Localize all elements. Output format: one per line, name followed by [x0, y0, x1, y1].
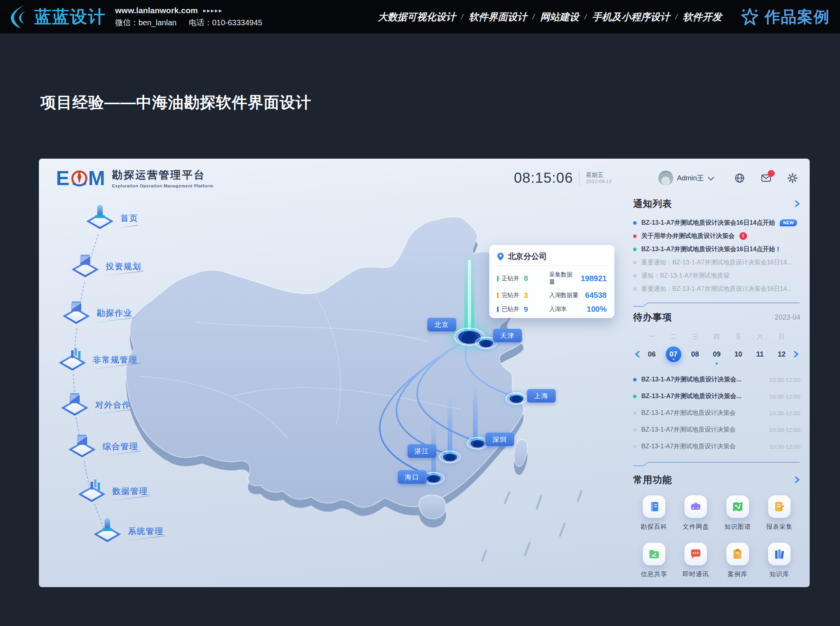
clock: 08:15:06: [514, 170, 573, 186]
lanlan-logo[interactable]: 蓝蓝设计: [9, 5, 106, 29]
func-info-sharing[interactable]: 信息共享: [633, 543, 675, 579]
func-instant-messaging[interactable]: 即时通讯: [675, 543, 717, 579]
date-block: 星期五 2022-09-12: [586, 171, 612, 185]
ecm-logo: E M 勘探运营管理平台 Exploration Operation Manag…: [56, 166, 214, 190]
figure-platform-icon: [70, 248, 100, 278]
menu-item-investment-planning[interactable]: 投资规划: [70, 248, 167, 287]
day-cell[interactable]: 08: [687, 346, 703, 362]
map-marker-shanghai[interactable]: [506, 392, 527, 405]
status-dot: [633, 428, 637, 432]
todo-item[interactable]: BZ-13-1-A7井测试地质设计决策会 10:30-12:00: [633, 421, 800, 438]
chat-icon: [690, 548, 702, 560]
platform-subtitle: Exploration Operation Management Platfor…: [112, 184, 214, 188]
status-dot: [633, 411, 637, 415]
cases-label: 作品案例: [765, 6, 830, 28]
city-label-shenzhen[interactable]: 深圳: [485, 433, 514, 446]
figure-platform-icon: [60, 386, 90, 416]
right-panel: 通知列表 BZ-13-1-A7井测试地质设计决策会16日14点开始 NEW 关于…: [633, 159, 810, 587]
day-cell[interactable]: 11: [752, 346, 768, 362]
status-dot: [633, 234, 637, 238]
new-badge: NEW: [780, 219, 797, 226]
divider: [579, 170, 579, 186]
status-dot: [633, 248, 637, 251]
func-file-drive[interactable]: 文件网盘: [675, 495, 717, 531]
day-cell[interactable]: 06: [644, 346, 660, 362]
chevron-right-icon[interactable]: [794, 201, 800, 207]
section-divider: [633, 302, 800, 307]
menu-item-home[interactable]: 首页: [85, 199, 182, 238]
notice-item[interactable]: 关于用举办井测试地质设计决策会 !: [633, 229, 800, 243]
city-label-tianjin[interactable]: 天津: [493, 329, 522, 343]
nav-item-dev[interactable]: 软件开发: [683, 10, 722, 23]
functions-section: 常用功能 勘探百科: [633, 474, 800, 579]
func-case-library[interactable]: 案例库: [717, 543, 759, 579]
cases-button[interactable]: 作品案例: [740, 6, 830, 28]
func-report-collection[interactable]: 报表采集: [759, 495, 801, 531]
notice-item[interactable]: BZ-13-1-A7井测试地质设计决策会16日14点开始！: [633, 243, 800, 256]
alert-icon: !: [739, 232, 747, 240]
nav-item-software-ui[interactable]: 软件界面设计: [469, 10, 527, 23]
city-label-zhanjiang[interactable]: 湛江: [408, 444, 436, 458]
notice-item[interactable]: 重要通知：BZ-13-1-A7井测试地质设计决策会16日14...: [633, 256, 800, 269]
case-icon: [732, 548, 744, 560]
website-url[interactable]: www.lanlanwork.com: [115, 6, 198, 15]
todo-item[interactable]: BZ-13-1-A7井测试地质设计决策会... 10:30-12:00: [633, 371, 800, 388]
nav-separator: /: [584, 12, 587, 21]
func-knowledge-graph[interactable]: 知识图谱: [717, 495, 759, 531]
day-cell[interactable]: 09: [709, 346, 724, 362]
status-dot: [633, 261, 637, 264]
report-icon: [773, 500, 786, 513]
chart-platform-icon: [57, 341, 88, 371]
notice-item[interactable]: 通知：BZ-13-1-A7井测试地质设: [633, 269, 800, 282]
func-knowledge-base[interactable]: 知识库: [759, 543, 801, 579]
menu-label: 数据管理: [112, 486, 148, 497]
nav-item-bigdata[interactable]: 大数据可视化设计: [378, 10, 456, 23]
menu-item-data-management[interactable]: 数据管理: [77, 472, 174, 511]
menu-item-system-management[interactable]: 系统管理: [92, 512, 189, 551]
status-dot: [633, 287, 637, 291]
day-cell[interactable]: 10: [731, 346, 746, 362]
todo-item[interactable]: BZ-13-1-A7井测试地质设计决策会... 10:30-12:00: [633, 388, 800, 405]
weekday-cell: 二: [670, 333, 677, 341]
status-dot: [633, 221, 637, 225]
menu-label: 系统管理: [128, 526, 164, 537]
book-icon: [648, 500, 660, 513]
nav-item-website[interactable]: 网站建设: [540, 10, 579, 23]
cnooc-emblem-icon: [70, 168, 88, 188]
menu-label: 首页: [121, 213, 138, 224]
calendar-prev-icon[interactable]: [633, 351, 642, 357]
functions-title: 常用功能: [633, 474, 672, 486]
drive-icon: [690, 500, 702, 513]
calendar-month: 2023-04: [775, 313, 800, 322]
day-cell[interactable]: 12: [774, 346, 789, 362]
status-dot: [633, 378, 637, 381]
todo-title: 待办事项: [633, 311, 672, 323]
nav-item-mobile[interactable]: 手机及小程序设计: [592, 10, 670, 23]
city-label-beijing[interactable]: 北京: [427, 318, 456, 332]
todo-item[interactable]: BZ-13-1-A7井测试地质设计决策会 10:30-12:00: [633, 438, 800, 455]
graph-icon: [732, 500, 744, 513]
menu-item-unconventional-management[interactable]: 非常规管理: [57, 341, 154, 380]
map-marker-zhanjiang[interactable]: [439, 451, 461, 463]
city-label-haikou[interactable]: 海口: [398, 470, 427, 484]
branch-popup-card: 北京分公司 正钻井 8 采集数据量 198921 完钻井 3: [489, 245, 614, 318]
notice-item[interactable]: 重要通知：BZ-13-1-A7井测试地质设计决策会16日14...: [633, 282, 800, 296]
func-exploration-wiki[interactable]: 勘探百科: [633, 495, 675, 531]
chevron-right-icon[interactable]: [794, 477, 800, 483]
menu-item-external-cooperation[interactable]: 对外合作: [60, 386, 157, 425]
ecm-letter-m: M: [88, 166, 106, 190]
city-label-shanghai[interactable]: 上海: [527, 389, 556, 403]
notice-item[interactable]: BZ-13-1-A7井测试地质设计决策会16日14点开始 NEW: [633, 216, 800, 229]
notice-title: 通知列表: [633, 198, 672, 210]
menu-item-comprehensive-management[interactable]: 综合管理: [67, 428, 164, 467]
weekday-cell: 四: [714, 333, 720, 341]
calendar-next-icon[interactable]: [792, 351, 800, 357]
menu-label: 对外合作: [95, 399, 131, 410]
day-cell-selected[interactable]: 07: [666, 346, 681, 362]
todo-section: 待办事项 2023-04 一 二 三 四 五 六 日: [633, 311, 800, 468]
status-dot: [633, 395, 637, 398]
stat-drilling-wells: 正钻井 8: [497, 271, 543, 286]
page: 蓝蓝设计 www.lanlanwork.com ▸▸▸▸▸ 微信：ben_lan…: [0, 0, 840, 626]
todo-item[interactable]: BZ-13-1-A7井测试地质设计决策会 10:30-12:00: [633, 405, 800, 421]
menu-item-exploration-operations[interactable]: 勘探作业: [61, 294, 158, 333]
